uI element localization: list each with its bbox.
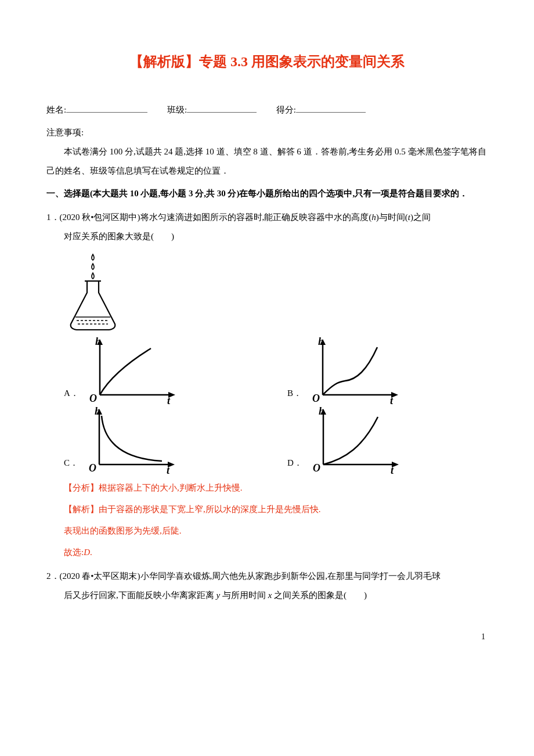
q1-choice-d: D． h O t xyxy=(287,406,488,476)
svg-text:O: O xyxy=(313,462,320,474)
choice-b-label: B． xyxy=(287,384,302,406)
choice-a-label: A． xyxy=(64,384,79,406)
q2-line2-c: 之间关系的图象是( ) xyxy=(272,591,367,600)
analysis-body: 根据容器上下的大小,判断水上升快慢. xyxy=(99,483,243,492)
q1-solution-line1: 【解析】由于容器的形状是下宽上窄,所以水的深度上升是先慢后快. xyxy=(46,500,488,519)
q1-number: 1． xyxy=(46,213,60,222)
q1-choices: A． h O t B． h O t xyxy=(46,337,488,476)
q1-source: (2020 秋•包河区期中) xyxy=(60,213,140,222)
choice-c-label: C． xyxy=(64,453,78,476)
q1-flask-figure xyxy=(46,252,488,333)
q1-solution-line2: 表现出的函数图形为先缓,后陡. xyxy=(46,521,488,541)
svg-text:O: O xyxy=(312,393,320,404)
q1-body-b: )与时间( xyxy=(376,213,408,222)
page-title: 【解析版】专题 3.3 用图象表示的变量间关系 xyxy=(46,46,488,77)
q2-source: (2020 春•太平区期末) xyxy=(60,571,140,581)
answer-post: . xyxy=(90,548,92,557)
svg-text:O: O xyxy=(89,462,96,474)
q2-stem-line2: 后又步行回家,下面能反映小华离家距离 y 与所用时间 x 之间关系的图象是( ) xyxy=(46,586,488,605)
name-blank xyxy=(66,112,147,113)
q2-body-a: 小华同学喜欢锻炼,周六他先从家跑步到新华公园,在那里与同学打一会儿羽毛球 xyxy=(140,571,441,581)
notes-body: 本试卷满分 100 分,试题共 24 题,选择 10 道、填空 8 道、解答 6… xyxy=(46,142,488,181)
solution-body: 由于容器的形状是下宽上窄,所以水的深度上升是先慢后快. xyxy=(99,505,321,514)
name-label: 姓名: xyxy=(46,100,66,120)
q2-number: 2． xyxy=(46,571,60,581)
answer-pre: 故选: xyxy=(64,548,84,557)
q1-choice-b: B． h O t xyxy=(287,337,488,406)
score-label: 得分: xyxy=(276,100,296,120)
solution-tag: 【解析】 xyxy=(64,505,99,514)
analysis-tag: 【分析】 xyxy=(64,483,99,492)
q1-body-c: )之间 xyxy=(410,213,431,222)
answer-option: D xyxy=(84,548,90,557)
choice-c-graph-icon: h O t xyxy=(81,406,179,476)
section1-heading: 一、选择题(本大题共 10 小题,每小题 3 分,共 30 分)在每小题所给出的… xyxy=(46,184,488,203)
notes-heading: 注意事项: xyxy=(46,123,488,142)
choice-b-graph-icon: h O t xyxy=(304,337,403,406)
q2-stem: 2．(2020 春•太平区期末)小华同学喜欢锻炼,周六他先从家跑步到新华公园,在… xyxy=(46,567,488,586)
q1-answer: 故选:D. xyxy=(46,543,488,562)
flask-icon xyxy=(64,252,122,333)
q1-var-h: h xyxy=(371,213,376,222)
question-2: 2．(2020 春•太平区期末)小华同学喜欢锻炼,周六他先从家跑步到新华公园,在… xyxy=(46,567,488,605)
class-label: 班级: xyxy=(167,100,187,120)
svg-text:O: O xyxy=(89,393,97,404)
score-blank xyxy=(296,112,366,113)
q1-body-a: 将水匀速滴进如图所示的容器时,能正确反映容器中水的高度( xyxy=(140,213,372,222)
q2-line2-b: 与所用时间 xyxy=(220,591,268,600)
question-1: 1．(2020 秋•包河区期中)将水匀速滴进如图所示的容器时,能正确反映容器中水… xyxy=(46,208,488,562)
q1-stem-line2: 对应关系的图象大致是( ) xyxy=(46,227,488,246)
page-number: 1 xyxy=(46,628,488,646)
q1-choice-a: A． h O t xyxy=(64,337,264,406)
choice-d-graph-icon: h O t xyxy=(305,406,403,476)
student-info-row: 姓名: 班级: 得分: xyxy=(46,100,488,120)
class-blank xyxy=(187,112,257,113)
q1-stem: 1．(2020 秋•包河区期中)将水匀速滴进如图所示的容器时,能正确反映容器中水… xyxy=(46,208,488,227)
choice-d-label: D． xyxy=(287,453,302,476)
q1-choice-c: C． h O t xyxy=(64,406,264,476)
q2-line2-a: 后又步行回家,下面能反映小华离家距离 xyxy=(64,591,217,600)
q1-analysis: 【分析】根据容器上下的大小,判断水上升快慢. xyxy=(46,478,488,498)
choice-a-graph-icon: h O t xyxy=(81,337,180,406)
